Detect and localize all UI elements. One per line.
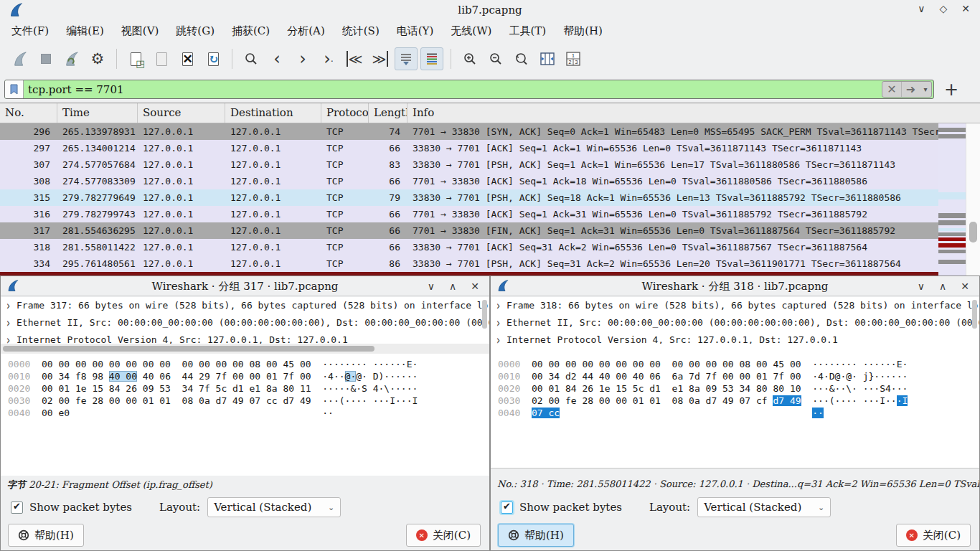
go-last-icon[interactable]: ≫ [369,47,392,70]
svg-text:2: 2 [569,60,572,65]
scrollbar-thumb[interactable] [969,222,977,242]
go-to-packet-icon[interactable]: ›· [317,47,340,70]
column-header-time[interactable]: Time [57,103,138,123]
open-file-icon[interactable]: ◳ [124,47,147,70]
add-filter-icon[interactable]: + [944,80,958,100]
maximize-icon[interactable]: ∧ [449,281,456,292]
minimize-icon[interactable]: ∨ [918,3,925,14]
packet-row[interactable]: 307274.577057684127.0.0.1127.0.0.1TCP833… [0,156,938,173]
column-header-source[interactable]: Source [138,103,225,123]
show-packet-bytes-label: Show packet bytes [519,501,622,514]
layout-select[interactable]: Vertical (Stacked) ⌄ [697,497,831,517]
help-button-label: 帮助(H) [34,529,74,542]
layout-selected-value: Vertical (Stacked) [704,501,801,514]
reload-file-icon[interactable]: ↻ [202,47,225,70]
zoom-in-icon[interactable] [458,47,481,70]
show-packet-bytes-checkbox[interactable] [11,501,23,514]
find-packet-icon[interactable] [240,47,263,70]
packet-list-scrollbar[interactable] [966,123,980,276]
hscrollbar-thumb[interactable] [3,346,374,352]
packet-row[interactable]: 318281.558011422127.0.0.1127.0.0.1TCP663… [0,239,938,255]
close-icon[interactable]: ✕ [961,3,970,14]
packet-bytes-view[interactable]: 000000 00 00 00 00 00 00 00 00 00 00 00 … [1,354,489,476]
stop-capture-icon[interactable] [34,47,57,70]
packet-row[interactable]: 317281.554636295127.0.0.1127.0.0.1TCP667… [0,222,938,239]
tree-scrollbar-thumb[interactable] [482,300,487,329]
column-header-no[interactable]: No. [0,103,57,123]
menu-help[interactable]: 帮助(H) [555,22,611,41]
go-forward-icon[interactable]: › [291,47,314,70]
tree-row[interactable]: ›Internet Protocol Version 4, Src: 127.0… [491,331,979,344]
bookmark-icon[interactable] [5,80,24,98]
restart-capture-icon[interactable] [60,47,83,70]
menu-edit[interactable]: 编辑(E) [57,22,113,41]
menu-telephony[interactable]: 电话(Y) [388,22,443,41]
minimap-stripe [938,128,966,132]
packet-row[interactable]: 297265.134001214127.0.0.1127.0.0.1TCP663… [0,140,938,156]
column-header-destination[interactable]: Destination [225,103,321,123]
layout-select[interactable]: Vertical (Stacked) ⌄ [207,497,341,517]
save-file-icon[interactable] [150,47,173,70]
close-button[interactable]: ✕ 关闭(C) [896,524,971,547]
capture-options-icon[interactable]: ⚙ [86,47,109,70]
shade-icon[interactable]: ∨ [428,281,435,292]
apply-filter-icon[interactable]: ➜ [901,82,920,97]
tree-row[interactable]: ›Ethernet II, Src: 00:00:00_00:00:00 (00… [491,314,979,331]
close-icon[interactable]: ✕ [471,281,479,292]
tree-row[interactable]: ›Frame 318: 66 bytes on wire (528 bits),… [491,297,979,314]
colorize-icon[interactable] [420,47,443,70]
close-icon[interactable]: ✕ [961,281,969,292]
maximize-icon[interactable]: ◇ [939,3,947,14]
menu-tools[interactable]: 工具(T) [500,22,555,41]
menu-capture[interactable]: 捕获(C) [223,22,278,41]
column-header-info[interactable]: Info [407,103,980,123]
packet-row[interactable]: 296265.133978931127.0.0.1127.0.0.1TCP747… [0,123,938,140]
filter-text[interactable]: tcp.port == 7701 [24,83,882,96]
help-button[interactable]: 帮助(H) [498,524,574,547]
resize-columns-icon[interactable] [536,47,559,70]
packet-row[interactable]: 316279.782799743127.0.0.1127.0.0.1TCP667… [0,206,938,222]
tree-row[interactable]: ›Ethernet II, Src: 00:00:00_00:00:00 (00… [1,314,489,331]
intelligent-scrollbar-minimap[interactable] [938,123,966,276]
zoom-out-icon[interactable] [484,47,507,70]
menu-go[interactable]: 跳转(G) [167,22,223,41]
packet-row[interactable]: 334295.761480561127.0.0.1127.0.0.1TCP863… [0,255,938,272]
go-back-icon[interactable]: ‹ [265,47,288,70]
clear-filter-icon[interactable]: ✕ [882,82,901,97]
packet-bytes-view[interactable]: 000000 00 00 00 00 00 00 00 00 00 00 00 … [491,354,979,468]
zoom-reset-icon[interactable] [510,47,533,70]
help-button-label: 帮助(H) [524,529,564,542]
menu-statistics[interactable]: 统计(S) [334,22,388,41]
maximize-icon[interactable]: ∧ [939,281,946,292]
packet-detail-tree[interactable]: ›Frame 318: 66 bytes on wire (528 bits),… [491,297,979,344]
column-header-protocol[interactable]: Protocol [321,103,369,123]
close-file-icon[interactable]: ✕ [176,47,199,70]
go-first-icon[interactable]: ≪ [343,47,366,70]
packet-detail-tree[interactable]: ›Frame 317: 66 bytes on wire (528 bits),… [1,297,489,344]
menu-wireless[interactable]: 无线(W) [442,22,500,41]
close-button[interactable]: ✕ 关闭(C) [406,524,481,547]
tree-scrollbar-thumb[interactable] [972,300,977,329]
filter-dropdown-icon[interactable]: ▾ [920,85,931,93]
menu-view[interactable]: 视图(V) [113,22,168,41]
dialog-titlebar[interactable]: Wireshark · 分组 317 · lib7.pcapng ∨ ∧ ✕ [1,276,489,296]
chevron-down-icon: ⌄ [818,503,824,512]
menu-analyze[interactable]: 分析(A) [278,22,334,41]
display-filter-input[interactable]: tcp.port == 7701 ✕ ➜ ▾ [4,80,934,99]
start-capture-icon[interactable] [9,47,32,70]
column-numbers-icon[interactable]: 123 [562,47,585,70]
show-packet-bytes-checkbox[interactable] [501,501,513,514]
tree-row[interactable]: ›Frame 317: 66 bytes on wire (528 bits),… [1,297,489,314]
tree-horizontal-scrollbar[interactable] [1,344,489,354]
auto-scroll-icon[interactable] [395,47,418,70]
help-button[interactable]: 帮助(H) [8,524,84,547]
tree-row[interactable]: ›Internet Protocol Version 4, Src: 127.0… [1,331,489,344]
minimap-stripe [938,228,966,231]
packet-row[interactable]: 315279.782779649127.0.0.1127.0.0.1TCP793… [0,189,938,206]
column-header-length[interactable]: Length [369,103,407,123]
minimap-stripe [938,243,966,248]
menu-file[interactable]: 文件(F) [3,22,57,41]
dialog-titlebar[interactable]: Wireshark · 分组 318 · lib7.pcapng ∨ ∧ ✕ [491,276,979,296]
packet-row[interactable]: 308274.577083309127.0.0.1127.0.0.1TCP667… [0,173,938,189]
shade-icon[interactable]: ∨ [918,281,925,292]
